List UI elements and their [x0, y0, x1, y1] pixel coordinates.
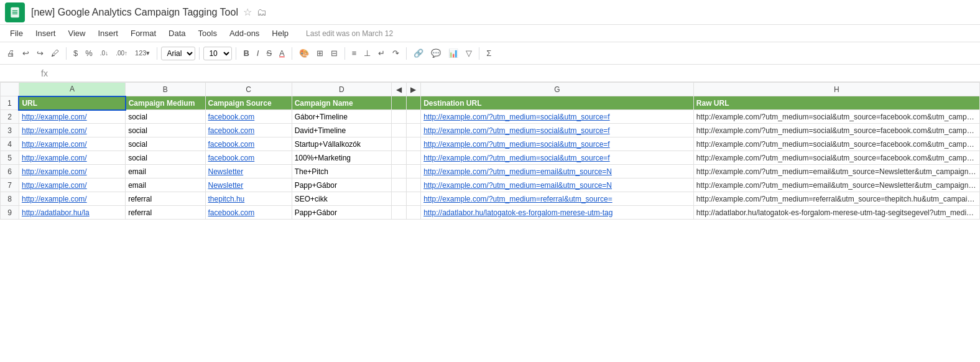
- cell-raw-url-5[interactable]: http://example.com/?utm_medium=social&ut…: [693, 151, 979, 165]
- star-icon[interactable]: ☆: [243, 6, 252, 18]
- header-campaign-source[interactable]: Campaign Source: [205, 96, 292, 110]
- filter-button[interactable]: ▽: [463, 47, 475, 60]
- col-header-g[interactable]: G: [421, 83, 694, 96]
- menu-insert[interactable]: Insert: [30, 27, 61, 39]
- rotate-button[interactable]: ↷: [389, 47, 402, 60]
- row-num-9: 9: [1, 206, 19, 220]
- cell-raw-url-8[interactable]: http://example.com/?utm_medium=referral&…: [693, 192, 979, 206]
- cell-dest-url-2[interactable]: http://example.com/?utm_medium=social&ut…: [421, 110, 694, 124]
- decimal-inc-button[interactable]: .00↑: [113, 48, 131, 58]
- cell-reference[interactable]: A1: [5, 68, 36, 78]
- cell-dest-url-7[interactable]: http://example.com/?utm_medium=email&utm…: [421, 179, 694, 192]
- header-destination-url[interactable]: Destination URL: [421, 96, 694, 110]
- strikethrough-button[interactable]: S: [263, 47, 275, 60]
- borders-button[interactable]: ⊞: [313, 47, 326, 60]
- fx-label: fx: [41, 68, 48, 78]
- italic-button[interactable]: I: [254, 47, 262, 60]
- row-num-3: 3: [1, 124, 19, 137]
- doc-title[interactable]: [new] Google Analytics Campaign Tagging …: [31, 7, 238, 18]
- cell-raw-url-3[interactable]: http://example.com/?utm_medium=social&ut…: [693, 124, 979, 137]
- comment-button[interactable]: 💬: [428, 47, 444, 60]
- header-campaign-medium[interactable]: Campaign Medium: [126, 96, 205, 110]
- cell-url-9[interactable]: http://adatlabor.hu/la: [19, 206, 125, 220]
- col-header-a[interactable]: A: [19, 83, 125, 96]
- cell-dest-url-6[interactable]: http://example.com/?utm_medium=email&utm…: [421, 165, 694, 179]
- cell-source-6: Newsletter: [205, 165, 292, 179]
- font-select[interactable]: Arial: [161, 47, 195, 60]
- menu-bar: File Insert View Insert Format Data Tool…: [0, 25, 980, 42]
- formula-input[interactable]: URL: [53, 68, 975, 78]
- separator-8: [479, 47, 479, 60]
- col-nav-left[interactable]: ◀: [392, 83, 407, 96]
- wrap-button[interactable]: ↵: [375, 47, 388, 60]
- redo-button[interactable]: ↪: [34, 47, 47, 60]
- menu-insert2[interactable]: Insert: [93, 27, 123, 39]
- col-header-b[interactable]: B: [126, 83, 205, 96]
- cell-raw-url-2[interactable]: http://example.com/?utm_medium=social&ut…: [693, 110, 979, 124]
- header-url[interactable]: URL: [19, 96, 125, 110]
- cell-raw-url-7[interactable]: http://example.com/?utm_medium=email&utm…: [693, 179, 979, 192]
- menu-help[interactable]: Help: [267, 27, 294, 39]
- menu-format[interactable]: Format: [126, 27, 161, 39]
- col-header-h[interactable]: H: [693, 83, 979, 96]
- col-header-d[interactable]: D: [292, 83, 391, 96]
- cell-url-8[interactable]: http://example.com/: [19, 192, 125, 206]
- percent-button[interactable]: %: [82, 47, 96, 60]
- menu-data[interactable]: Data: [164, 27, 190, 39]
- cell-raw-url-9[interactable]: http://adatlabor.hu/latogatok-es-forgalo…: [693, 206, 979, 220]
- menu-view[interactable]: View: [63, 27, 90, 39]
- header-campaign-name[interactable]: Campaign Name: [292, 96, 391, 110]
- menu-addons[interactable]: Add-ons: [224, 27, 264, 39]
- app-icon: [5, 2, 25, 22]
- print-button[interactable]: 🖨: [4, 47, 18, 60]
- fill-color-button[interactable]: 🎨: [296, 47, 312, 60]
- menu-file[interactable]: File: [5, 27, 28, 39]
- cell-raw-url-4[interactable]: http://example.com/?utm_medium=social&ut…: [693, 137, 979, 151]
- header-raw-url[interactable]: Raw URL: [693, 96, 979, 110]
- font-size-select[interactable]: 10: [203, 47, 232, 60]
- cell-url-7[interactable]: http://example.com/: [19, 179, 125, 192]
- cell-name-6: The+Pitch: [292, 165, 391, 179]
- title-area: [new] Google Analytics Campaign Tagging …: [31, 6, 975, 18]
- cell-url-4[interactable]: http://example.com/: [19, 137, 125, 151]
- merge-button[interactable]: ⊟: [328, 47, 341, 60]
- cell-dest-url-5[interactable]: http://example.com/?utm_medium=social&ut…: [421, 151, 694, 165]
- chart-button[interactable]: 📊: [445, 47, 461, 60]
- cell-dest-url-9[interactable]: http://adatlabor.hu/latogatok-es-forgalo…: [421, 206, 694, 220]
- col-nav-right[interactable]: ▶: [406, 83, 421, 96]
- cell-url-6[interactable]: http://example.com/: [19, 165, 125, 179]
- cell-url-3[interactable]: http://example.com/: [19, 124, 125, 137]
- cell-e-3: [392, 124, 407, 137]
- functions-button[interactable]: Σ: [483, 47, 494, 60]
- cell-dest-url-8[interactable]: http://example.com/?utm_medium=referral&…: [421, 192, 694, 206]
- cell-raw-url-6[interactable]: http://example.com/?utm_medium=email&utm…: [693, 165, 979, 179]
- separator-6: [344, 47, 345, 60]
- link-button[interactable]: 🔗: [410, 47, 427, 60]
- align-h-button[interactable]: ≡: [349, 47, 360, 60]
- menu-tools[interactable]: Tools: [193, 27, 222, 39]
- folder-icon[interactable]: 🗂: [257, 7, 267, 18]
- cell-name-5: 100%+Marketing: [292, 151, 391, 165]
- text-color-button[interactable]: A: [276, 47, 288, 60]
- cell-e-9: [392, 206, 407, 220]
- decimal-dec-button[interactable]: .0↓: [97, 48, 111, 58]
- format-number-button[interactable]: 123▾: [132, 47, 153, 59]
- cell-dest-url-4[interactable]: http://example.com/?utm_medium=social&ut…: [421, 137, 694, 151]
- align-v-button[interactable]: ⊥: [361, 47, 374, 60]
- cell-source-2: facebook.com: [205, 110, 292, 124]
- cell-e-6: [392, 165, 407, 179]
- cell-url-2[interactable]: http://example.com/: [19, 110, 125, 124]
- undo-button[interactable]: ↩: [19, 47, 32, 60]
- cell-f-4: [406, 137, 421, 151]
- paint-format-button[interactable]: 🖊: [48, 47, 62, 60]
- svg-rect-2: [12, 12, 17, 12]
- cell-dest-url-3[interactable]: http://example.com/?utm_medium=social&ut…: [421, 124, 694, 137]
- col-header-c[interactable]: C: [205, 83, 292, 96]
- cell-medium-4: social: [126, 137, 205, 151]
- bold-button[interactable]: B: [240, 47, 252, 60]
- table-row: 3http://example.com/socialfacebook.comDa…: [1, 124, 980, 137]
- cell-f-2: [406, 110, 421, 124]
- cell-f-3: [406, 124, 421, 137]
- cell-url-5[interactable]: http://example.com/: [19, 151, 125, 165]
- currency-button[interactable]: $: [70, 47, 81, 60]
